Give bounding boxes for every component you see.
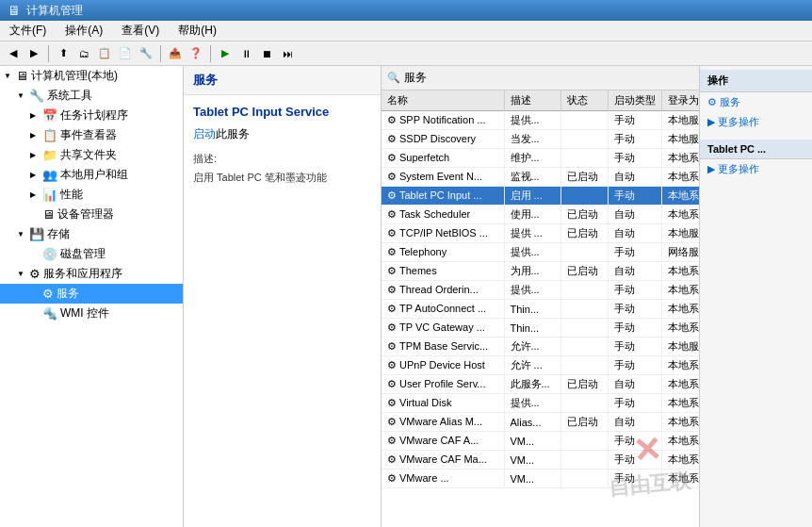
row-service-icon: ⚙ [387,378,397,389]
disk-icon: 💿 [42,247,57,261]
cell-startup: 自动 [608,262,661,281]
cell-startup: 手动 [608,149,661,168]
col-header-desc[interactable]: 描述 [504,91,560,111]
cell-name: ⚙Thread Orderin... [382,281,504,300]
perf-label: 性能 [60,187,83,203]
cell-startup: 手动 [608,356,661,375]
cell-status: 已启动 [560,375,608,394]
toolbar-play[interactable]: ▶ [216,44,235,63]
toolbar-up[interactable]: ⬆ [54,44,73,63]
event-icon: 📋 [42,128,57,142]
toolbar-pause[interactable]: ⏸ [236,44,255,63]
expand-root: ▼ [4,72,13,80]
menu-file[interactable]: 文件(F) [4,21,52,41]
title-bar: 🖥 计算机管理 [0,0,812,21]
action-section-service: Tablet PC ... ▶ 更多操作 [700,136,812,183]
tree-item-shared[interactable]: ▶ 📁 共享文件夹 [0,145,183,165]
cell-status [560,338,608,356]
toolbar-btn4[interactable]: 🔧 [137,44,155,63]
table-row[interactable]: ⚙Virtual Disk提供...手动本地系统 [382,394,699,413]
table-row[interactable]: ⚙TP VC Gateway ...Thin...手动本地系统 [382,319,699,338]
cell-startup: 手动 [608,394,661,413]
system-tools-icon: 🔧 [29,89,44,103]
toolbar-restart[interactable]: ⏭ [278,44,297,63]
cell-startup: 手动 [608,300,661,319]
cell-status [560,394,608,413]
table-row[interactable]: ⚙System Event N...监视...已启动自动本地系统 [382,168,699,187]
toolbar-stop[interactable]: ⏹ [257,44,276,63]
col-header-logon[interactable]: 登录为 [661,91,699,111]
cell-logon: 本地系统 [661,300,699,319]
menu-action[interactable]: 操作(A) [59,21,108,41]
cell-status [560,451,608,469]
services-table-container[interactable]: 名称 描述 状态 启动类型 登录为 ⚙SPP Notification ...提… [382,91,699,527]
cell-name: ⚙TCP/IP NetBIOS ... [382,224,504,243]
cell-name: ⚙UPnP Device Host [382,356,504,375]
tree-item-services[interactable]: ⚙ 服务 [0,284,183,304]
table-row[interactable]: ⚙Tablet PC Input ...启用 ...手动本地系统 [382,187,699,206]
root-label: 计算机管理(本地) [31,68,118,84]
table-header-row: 名称 描述 状态 启动类型 登录为 [382,91,699,111]
cell-desc: 提供... [504,281,560,300]
tree-item-system-tools[interactable]: ▼ 🔧 系统工具 [0,86,183,106]
start-service-link[interactable]: 启动 [193,127,216,140]
toolbar-forward[interactable]: ▶ [24,44,43,63]
table-row[interactable]: ⚙Thread Orderin...提供...手动本地系统 [382,281,699,300]
cell-logon: 本地系统 [661,281,699,300]
toolbar-btn3[interactable]: 📄 [116,44,135,63]
table-row[interactable]: ⚙VMware CAF Ma...VM...手动本地系统 [382,451,699,469]
task-icon: 📅 [42,108,57,123]
tree-item-root[interactable]: ▼ 🖥 计算机管理(本地) [0,66,183,86]
cell-logon: 本地系统 [661,262,699,281]
action-item-services[interactable]: ⚙ 服务 [700,92,812,112]
table-row[interactable]: ⚙UPnP Device Host允许 ...手动本地系统 [382,356,699,375]
cell-status [560,469,608,488]
table-row[interactable]: ⚙SPP Notification ...提供...手动本地服务 [382,111,699,130]
table-row[interactable]: ⚙SSDP Discovery当发...手动本地服务 [382,130,699,149]
table-row[interactable]: ⚙VMware ...VM...手动本地系统 [382,469,699,488]
tree-item-performance[interactable]: ▶ 📊 性能 [0,185,183,205]
tree-item-disk[interactable]: 💿 磁盘管理 [0,244,183,264]
cell-desc: 启用 ... [504,187,560,206]
cell-desc: 提供... [504,243,560,262]
tree-item-local-users[interactable]: ▶ 👥 本地用户和组 [0,165,183,185]
table-row[interactable]: ⚙VMware CAF A...VM...手动本地系统 [382,432,699,451]
table-row[interactable]: ⚙VMware Alias M...Alias...已启动自动本地系统 [382,413,699,432]
row-service-icon: ⚙ [387,265,397,276]
cell-status [560,356,608,375]
table-row[interactable]: ⚙Task Scheduler使用...已启动自动本地系统 [382,206,699,224]
tree-item-storage[interactable]: ▼ 💾 存储 [0,224,183,244]
table-row[interactable]: ⚙Superfetch维护...手动本地系统 [382,149,699,168]
event-label: 事件查看器 [60,127,117,143]
table-row[interactable]: ⚙Telephony提供...手动网络服务 [382,243,699,262]
toolbar-btn2[interactable]: 📋 [95,44,114,63]
table-row[interactable]: ⚙TCP/IP NetBIOS ...提供 ...已启动自动本地服务 [382,224,699,243]
table-row[interactable]: ⚙TP AutoConnect ...Thin...手动本地系统 [382,300,699,319]
menu-view[interactable]: 查看(V) [116,21,165,41]
action-item-service-more[interactable]: ▶ 更多操作 [700,159,812,179]
cell-logon: 本地系统 [661,413,699,432]
toolbar-show-hide[interactable]: 🗂 [74,44,93,63]
tree-item-task-scheduler[interactable]: ▶ 📅 任务计划程序 [0,106,183,125]
cell-name: ⚙Task Scheduler [382,206,504,224]
toolbar-export[interactable]: 📤 [166,44,185,63]
expand-svc [30,289,40,298]
col-header-status[interactable]: 状态 [560,91,608,111]
col-header-startup[interactable]: 启动类型 [608,91,661,111]
tree-item-event-viewer[interactable]: ▶ 📋 事件查看器 [0,125,183,145]
tree-item-services-apps[interactable]: ▼ ⚙ 服务和应用程序 [0,264,183,284]
tree-item-device-manager[interactable]: 🖥 设备管理器 [0,205,183,224]
col-header-name[interactable]: 名称 [382,91,504,111]
table-row[interactable]: ⚙User Profile Serv...此服务...已启动自动本地系统 [382,375,699,394]
cell-logon: 本地系统 [661,206,699,224]
menu-help[interactable]: 帮助(H) [172,21,222,41]
desc-text: 启用 Tablet PC 笔和墨迹功能 [193,170,371,186]
action-item-more[interactable]: ▶ 更多操作 [700,112,812,132]
tree-item-wmi[interactable]: 🔩 WMI 控件 [0,304,183,323]
expand-device [30,210,40,219]
toolbar-help[interactable]: ❓ [187,44,205,63]
cell-status [560,111,608,130]
table-row[interactable]: ⚙TPM Base Servic...允许...手动本地服务 [382,338,699,356]
table-row[interactable]: ⚙Themes为用...已启动自动本地系统 [382,262,699,281]
toolbar-back[interactable]: ◀ [4,44,23,63]
